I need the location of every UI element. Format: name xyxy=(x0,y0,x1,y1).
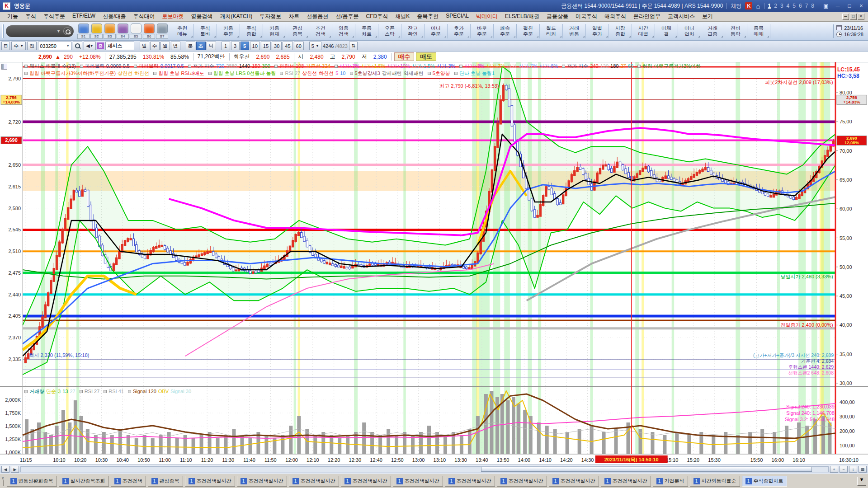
workspace-1[interactable]: 1 xyxy=(768,3,771,9)
camera-icon[interactable] xyxy=(118,23,128,33)
legend-collapse-icon[interactable] xyxy=(350,72,353,75)
menu-item-13[interactable]: CFD주식 xyxy=(363,13,392,20)
menu-item-11[interactable]: 선물옵션 xyxy=(303,13,332,20)
period-button-일[interactable]: 일 xyxy=(140,42,149,50)
legend-collapse-icon[interactable] xyxy=(24,390,28,393)
toolbar-button-종목매매[interactable]: 종목매매 xyxy=(747,24,770,38)
toolbar-button-바로주문[interactable]: 바로주문 xyxy=(471,24,494,38)
menu-item-22[interactable]: 온라인업무 xyxy=(630,13,664,20)
taskbar-item-관심종목[interactable]: 1관심종목 xyxy=(148,476,183,487)
menu-search-box[interactable]: ▼ xyxy=(6,25,74,37)
clock-icon[interactable] xyxy=(131,23,142,33)
menu-item-12[interactable]: 선/옵주문 xyxy=(332,13,362,20)
menu-item-2[interactable]: 주식주문 xyxy=(40,13,69,20)
taskbar-item-조건검색실시간[interactable]: 1조건검색실시간 xyxy=(237,476,287,487)
toolbar-button-거래급증[interactable]: 거래급증 xyxy=(701,24,724,38)
legend-collapse-icon[interactable] xyxy=(134,65,137,68)
zoom-out-button[interactable]: − xyxy=(840,466,848,473)
toolbar-button-추천메뉴[interactable]: 추천메뉴 xyxy=(171,24,194,38)
taskbar-item-기업분석[interactable]: 1기업분석 xyxy=(653,476,688,487)
menu-item-16[interactable]: SPECIAL xyxy=(442,13,472,20)
toolbar-button-전비등락[interactable]: 전비등락 xyxy=(724,24,747,38)
taskbar-item-조건검색실시간[interactable]: 1조건검색실시간 xyxy=(601,476,651,487)
toolbar-button-조건검색[interactable]: 조건검색 xyxy=(309,24,332,38)
menu-item-21[interactable]: 해외주식 xyxy=(601,13,630,20)
menu-item-20[interactable]: 미국주식 xyxy=(572,13,601,20)
toolbar-button-시간대별[interactable]: 시간대별 xyxy=(632,24,655,38)
prev-stock-button[interactable]: 전 xyxy=(27,42,37,50)
toolbar-button-관심종목[interactable]: 관심종목 xyxy=(286,24,309,38)
type-button-초[interactable]: 초 xyxy=(196,42,206,50)
toolbar-button-일별주가[interactable]: 일별주가 xyxy=(586,24,609,38)
chart-canvas[interactable]: 2,7902,7202,6502,6152,5802,5452,5102,475… xyxy=(0,62,868,465)
taskbar-item-조건검색실시간[interactable]: 1조건검색실시간 xyxy=(289,476,339,487)
menu-item-15[interactable]: 종목추천 xyxy=(413,13,442,20)
toolbar-button-주종차트[interactable]: 주종차트 xyxy=(355,24,378,38)
toolbar-button-시장종합[interactable]: 시장종합 xyxy=(609,24,632,38)
toolbar-button-키움주문[interactable]: 키움주문 xyxy=(217,24,240,38)
toolbar-button-호가주문[interactable]: 호가주문 xyxy=(448,24,471,38)
menu-item-17[interactable]: 빅데이터 xyxy=(472,13,501,20)
taskbar-item-조건검색실시간[interactable]: 1조건검색실시간 xyxy=(445,476,495,487)
menu-item-1[interactable]: 주식 xyxy=(22,13,40,20)
legend-collapse-icon[interactable] xyxy=(104,390,107,393)
taskbar-item-실시간종목조회[interactable]: 1실시간종목조회 xyxy=(59,476,109,487)
interval-button-1[interactable]: 1 xyxy=(222,42,230,50)
taskbar-item-조건검색실시간[interactable]: 1조건검색실시간 xyxy=(185,476,235,487)
period-button-월[interactable]: 월 xyxy=(160,42,170,50)
toolbar-button-거래변동[interactable]: 거래변동 xyxy=(563,24,586,38)
mdi-minimize-button[interactable]: ─ xyxy=(842,14,849,20)
menu-item-4[interactable]: 신용/대출 xyxy=(99,13,129,20)
speaker-button[interactable]: ◀▼ xyxy=(84,42,95,50)
restore-button[interactable]: □ xyxy=(845,3,854,9)
menu-item-23[interactable]: 고객서비스 xyxy=(664,13,698,20)
legend-collapse-icon[interactable] xyxy=(637,65,641,68)
taskbar-item-변동성완화종목[interactable]: 1변동성완화종목 xyxy=(7,476,57,487)
chevron-down-icon[interactable]: ▼ xyxy=(57,29,61,33)
menu-item-14[interactable]: 채널K xyxy=(392,13,413,20)
menu-item-18[interactable]: ELS/ELB/채권 xyxy=(501,13,543,20)
taskbar-close-icon[interactable]: x xyxy=(2,476,4,480)
stock-type-combo[interactable]: 주 ▼ xyxy=(11,42,26,50)
taskbar-item-조건검색실시간[interactable]: 1조건검색실시간 xyxy=(393,476,443,487)
toolbar-button-쾌속주문[interactable]: 쾌속주문 xyxy=(494,24,517,38)
monitor-icon[interactable] xyxy=(144,23,155,33)
interval-button-10[interactable]: 10 xyxy=(250,42,260,50)
workspace-3[interactable]: 3 xyxy=(780,3,783,9)
gear-icon[interactable] xyxy=(157,23,168,33)
screen-icon[interactable]: ▣ xyxy=(822,3,830,9)
legend-collapse-icon[interactable] xyxy=(280,72,283,75)
interval-button-30[interactable]: 30 xyxy=(272,42,282,50)
type-button-틱[interactable]: 틱 xyxy=(207,42,216,50)
legend-collapse-icon[interactable] xyxy=(208,72,212,75)
save-icon[interactable] xyxy=(78,23,89,33)
legend-collapse-icon[interactable] xyxy=(274,65,278,68)
expand-button[interactable]: ↕ xyxy=(849,466,857,473)
chat-button[interactable]: 채팅 xyxy=(731,2,741,10)
interval-button-3[interactable]: 3 xyxy=(231,42,240,50)
menu-item-9[interactable]: 투자정보 xyxy=(256,13,285,20)
menu-item-7[interactable]: 영웅검색 xyxy=(187,13,216,20)
menu-item-10[interactable]: 차트 xyxy=(285,13,303,20)
menu-item-6[interactable]: 로보마켓 xyxy=(158,13,187,20)
panel-toggle-icon[interactable]: ⊟ xyxy=(1,42,10,50)
period-button-주[interactable]: 주 xyxy=(150,42,160,50)
workspace-7[interactable]: 7 xyxy=(805,3,808,9)
workspace-4[interactable]: 4 xyxy=(787,3,790,9)
interval-button-60[interactable]: 60 xyxy=(294,42,304,50)
legend-collapse-icon[interactable] xyxy=(562,65,565,68)
mdi-restore-button[interactable]: □ xyxy=(850,14,857,20)
grid-button[interactable]: ▦ xyxy=(859,466,867,473)
toolbar-grip[interactable] xyxy=(2,24,4,38)
toolbar-button-키움현재[interactable]: 키움현재 xyxy=(263,24,286,38)
interval-button-45[interactable]: 45 xyxy=(283,42,292,50)
close-button[interactable]: × xyxy=(857,3,865,9)
type-button-분[interactable]: 분 xyxy=(186,42,195,50)
toolbar-button-영웅검색[interactable]: 영웅검색 xyxy=(332,24,355,38)
legend-collapse-icon[interactable] xyxy=(459,65,462,68)
menu-item-3[interactable]: ETF/ELW xyxy=(69,13,99,20)
menu-item-24[interactable]: 보기 xyxy=(698,13,717,20)
legend-collapse-icon[interactable] xyxy=(188,65,191,68)
scroll-right-button[interactable]: ▶ xyxy=(11,466,19,473)
toolbar-button-미니업차[interactable]: 미니업차 xyxy=(678,24,701,38)
